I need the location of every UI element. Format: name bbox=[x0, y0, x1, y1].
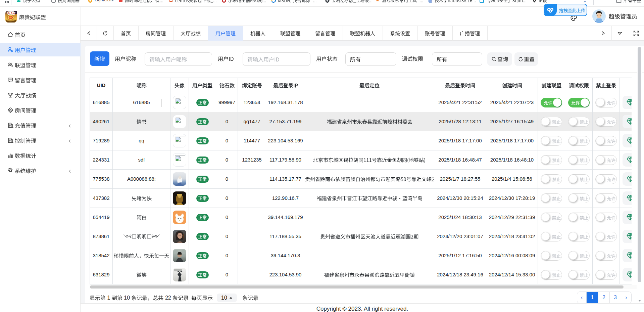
svg-text:A: A bbox=[8, 12, 10, 14]
svg-text:A: A bbox=[13, 12, 15, 14]
svg-text:xb: xb bbox=[429, 0, 432, 2]
svg-text:A: A bbox=[11, 12, 12, 14]
